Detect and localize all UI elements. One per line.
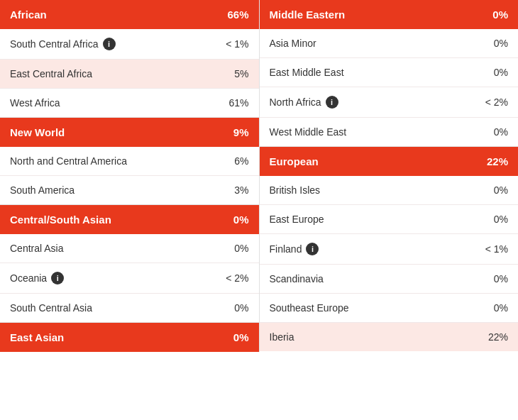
list-item: East Europe0%: [260, 205, 519, 234]
category-pct: 0%: [233, 331, 249, 343]
sub-item-name: Finlandi: [270, 243, 319, 255]
sub-item-pct: 0%: [494, 184, 508, 196]
region-label: South America: [10, 184, 75, 196]
sub-item-name: Southeast Europe: [270, 302, 349, 314]
list-item: Central Asia0%: [0, 234, 259, 263]
sub-item-name: East Central Africa: [10, 68, 92, 79]
category-pct: 22%: [487, 155, 508, 167]
category-pct: 0%: [492, 9, 508, 21]
category-name: African: [10, 9, 47, 21]
list-item: South Central Africai< 1%: [0, 29, 259, 60]
sub-item-pct: < 2%: [485, 96, 508, 108]
sub-item-name: South America: [10, 184, 75, 196]
sub-item-pct: 0%: [494, 67, 508, 78]
list-item: Finlandi< 1%: [260, 234, 519, 265]
sub-item-name: West Africa: [10, 97, 60, 109]
region-label: North and Central America: [10, 155, 127, 167]
region-label: Asia Minor: [270, 38, 316, 49]
sub-item-name: East Middle East: [270, 67, 344, 78]
category-section: East Asian0%: [0, 323, 259, 352]
sub-item-pct: 0%: [494, 38, 508, 49]
region-label: East Europe: [270, 214, 324, 225]
category-section: European22%British Isles0%East Europe0%F…: [260, 147, 519, 351]
category-header: East Asian0%: [0, 323, 259, 352]
sub-item-pct: 0%: [494, 214, 508, 225]
sub-item-pct: 5%: [234, 68, 248, 79]
list-item: Oceaniai< 2%: [0, 263, 259, 294]
info-icon[interactable]: i: [306, 243, 319, 255]
list-item: British Isles0%: [260, 176, 519, 205]
region-label: West Africa: [10, 97, 60, 109]
category-name: Central/South Asian: [10, 214, 111, 226]
sub-item-name: Asia Minor: [270, 38, 316, 49]
sub-item-name: British Isles: [270, 184, 321, 196]
sub-item-name: Iberia: [270, 331, 294, 343]
sub-item-pct: 3%: [234, 184, 248, 196]
sub-item-pct: 0%: [494, 126, 508, 138]
sub-item-pct: 0%: [234, 302, 248, 314]
sub-item-pct: < 1%: [226, 38, 248, 50]
category-section: African66%South Central Africai< 1%East …: [0, 0, 259, 118]
region-label: Oceania: [10, 272, 47, 284]
category-header: Central/South Asian0%: [0, 205, 259, 234]
category-section: Middle Eastern0%Asia Minor0%East Middle …: [260, 0, 519, 147]
region-label: British Isles: [270, 184, 321, 196]
list-item: South Central Asia0%: [0, 294, 259, 322]
sub-item-pct: 22%: [488, 331, 508, 343]
info-icon[interactable]: i: [326, 96, 338, 109]
sub-item-name: Central Asia: [10, 243, 63, 254]
sub-item-name: Oceaniai: [10, 272, 64, 284]
sub-item-pct: 6%: [234, 155, 248, 167]
right-column: Middle Eastern0%Asia Minor0%East Middle …: [260, 0, 519, 352]
category-section: Central/South Asian0%Central Asia0%Ocean…: [0, 205, 259, 323]
region-label: East Middle East: [270, 67, 344, 78]
list-item: West Middle East0%: [260, 118, 519, 146]
category-section: New World9%North and Central America6%So…: [0, 118, 259, 205]
region-label: Iberia: [270, 331, 294, 343]
region-label: North Africa: [270, 96, 321, 108]
list-item: Scandinavia0%: [260, 265, 519, 294]
list-item: East Central Africa5%: [0, 60, 259, 89]
category-header: Middle Eastern0%: [260, 0, 519, 29]
left-column: African66%South Central Africai< 1%East …: [0, 0, 260, 352]
list-item: Southeast Europe0%: [260, 294, 519, 323]
category-pct: 9%: [233, 126, 249, 138]
info-icon[interactable]: i: [103, 38, 116, 50]
sub-item-name: South Central Asia: [10, 302, 92, 314]
category-header: African66%: [0, 0, 259, 29]
region-label: West Middle East: [270, 126, 347, 138]
region-label: Scandinavia: [270, 273, 324, 284]
sub-item-name: North and Central America: [10, 155, 127, 167]
sub-item-pct: 61%: [228, 97, 248, 109]
list-item: Iberia22%: [260, 323, 519, 351]
region-label: Finland: [270, 243, 302, 255]
sub-item-name: North Africai: [270, 96, 338, 109]
category-pct: 66%: [227, 9, 248, 21]
list-item: West Africa61%: [0, 89, 259, 117]
sub-item-pct: 0%: [494, 302, 508, 314]
region-label: South Central Asia: [10, 302, 92, 314]
list-item: North Africai< 2%: [260, 87, 519, 118]
sub-item-name: East Europe: [270, 214, 324, 225]
category-name: European: [270, 155, 319, 167]
region-label: East Central Africa: [10, 68, 92, 79]
list-item: South America3%: [0, 176, 259, 204]
category-header: New World9%: [0, 118, 259, 147]
category-header: European22%: [260, 147, 519, 176]
category-name: New World: [10, 126, 65, 138]
list-item: Asia Minor0%: [260, 29, 519, 58]
sub-item-name: Scandinavia: [270, 273, 324, 284]
sub-item-pct: 0%: [234, 243, 248, 254]
info-icon[interactable]: i: [51, 272, 64, 284]
sub-item-pct: < 1%: [485, 243, 508, 255]
region-label: Central Asia: [10, 243, 63, 254]
category-name: Middle Eastern: [270, 9, 346, 21]
sub-item-pct: < 2%: [226, 272, 248, 284]
region-label: Southeast Europe: [270, 302, 349, 314]
sub-item-name: West Middle East: [270, 126, 347, 138]
list-item: North and Central America6%: [0, 147, 259, 176]
ethnicity-breakdown: African66%South Central Africai< 1%East …: [0, 0, 518, 352]
sub-item-name: South Central Africai: [10, 38, 116, 50]
region-label: South Central Africa: [10, 38, 99, 50]
category-pct: 0%: [233, 214, 249, 226]
